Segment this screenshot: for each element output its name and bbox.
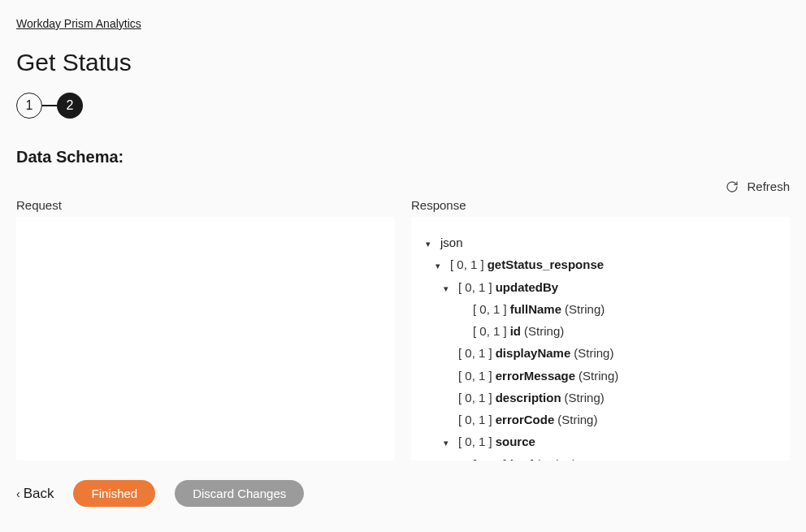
finished-button[interactable]: Finished <box>73 480 155 507</box>
tree-node-href[interactable]: [ 0, 1 ] href (String) <box>421 453 780 461</box>
tree-node-getstatus-response[interactable]: ▾ [ 0, 1 ] getStatus_response <box>421 253 780 275</box>
step-2[interactable]: 2 <box>57 93 83 119</box>
response-panel: ▾ json ▾ [ 0, 1 ] getStatus_response ▾ [… <box>411 217 790 461</box>
breadcrumb-link[interactable]: Workday Prism Analytics <box>16 17 141 30</box>
tree-node-label: json <box>440 233 463 252</box>
tree-node-label: fullName <box>510 300 561 318</box>
tree-range: [ 0, 1 ] <box>458 278 492 296</box>
chevron-down-icon: ▾ <box>426 237 437 251</box>
refresh-icon <box>726 180 739 193</box>
tree-range: [ 0, 1 ] <box>458 388 492 407</box>
tree-node-errorcode[interactable]: [ 0, 1 ] errorCode (String) <box>421 409 780 430</box>
refresh-button[interactable]: Refresh <box>16 179 790 193</box>
tree-node-type: (String) <box>565 300 604 318</box>
tree-node-type: (String) <box>574 344 613 362</box>
tree-node-errormessage[interactable]: [ 0, 1 ] errorMessage (String) <box>421 365 780 387</box>
request-panel <box>16 217 395 461</box>
chevron-down-icon: ▾ <box>444 282 455 296</box>
tree-node-type: (String) <box>565 388 604 407</box>
tree-node-fullname[interactable]: [ 0, 1 ] fullName (String) <box>421 298 780 320</box>
tree-node-displayname[interactable]: [ 0, 1 ] displayName (String) <box>421 342 780 364</box>
tree-node-label: source <box>496 432 535 451</box>
stepper: 1 2 <box>16 93 790 119</box>
tree-node-label: updatedBy <box>496 278 559 296</box>
tree-node-json[interactable]: ▾ json <box>421 231 780 253</box>
tree-range: [ 0, 1 ] <box>473 455 507 461</box>
tree-node-label: getStatus_response <box>488 255 604 274</box>
request-panel-label: Request <box>16 198 395 212</box>
tree-node-updatedby[interactable]: ▾ [ 0, 1 ] updatedBy <box>421 276 780 298</box>
tree-range: [ 0, 1 ] <box>450 255 484 274</box>
tree-range: [ 0, 1 ] <box>458 344 492 362</box>
back-label: Back <box>24 486 54 502</box>
tree-node-source[interactable]: ▾ [ 0, 1 ] source <box>421 430 780 452</box>
page-title: Get Status <box>16 49 790 76</box>
tree-node-label: errorCode <box>496 410 555 429</box>
footer-actions: ‹ Back Finished Discard Changes <box>16 480 790 507</box>
tree-node-description[interactable]: [ 0, 1 ] description (String) <box>421 387 780 409</box>
tree-node-label: description <box>496 388 561 407</box>
schema-tree: ▾ json ▾ [ 0, 1 ] getStatus_response ▾ [… <box>411 217 790 461</box>
tree-node-label: displayName <box>496 344 571 362</box>
response-panel-label: Response <box>411 198 790 212</box>
step-1[interactable]: 1 <box>16 93 42 119</box>
tree-range: [ 0, 1 ] <box>458 410 492 429</box>
tree-node-label: errorMessage <box>496 366 575 385</box>
section-heading: Data Schema: <box>16 148 790 167</box>
tree-range: [ 0, 1 ] <box>473 300 507 318</box>
chevron-left-icon: ‹ <box>16 487 20 500</box>
chevron-down-icon: ▾ <box>436 259 447 273</box>
chevron-down-icon: ▾ <box>444 436 455 450</box>
discard-button[interactable]: Discard Changes <box>175 480 304 507</box>
tree-node-label: href <box>510 455 533 461</box>
tree-range: [ 0, 1 ] <box>473 322 507 340</box>
tree-range: [ 0, 1 ] <box>458 366 492 385</box>
step-connector <box>42 105 57 106</box>
tree-range: [ 0, 1 ] <box>458 432 492 451</box>
tree-node-type: (String) <box>578 366 618 385</box>
tree-node-id[interactable]: [ 0, 1 ] id (String) <box>421 320 780 342</box>
back-button[interactable]: ‹ Back <box>16 486 54 502</box>
tree-node-label: id <box>510 322 521 340</box>
refresh-label: Refresh <box>747 179 790 193</box>
tree-node-type: (String) <box>524 322 564 340</box>
tree-node-type: (String) <box>557 410 597 429</box>
tree-node-type: (String) <box>536 455 576 461</box>
